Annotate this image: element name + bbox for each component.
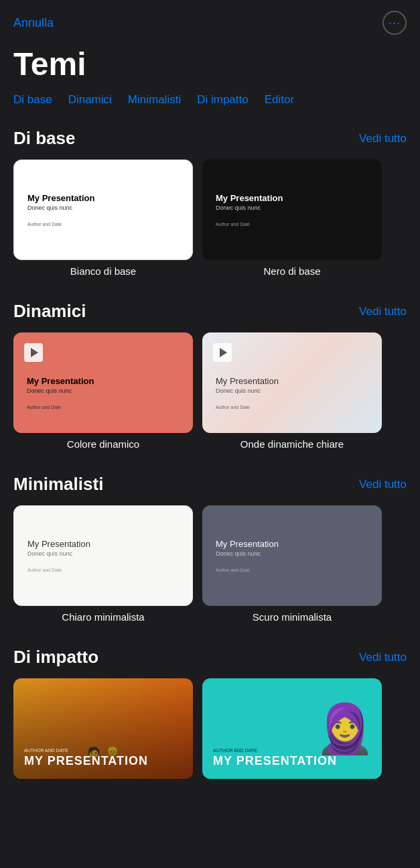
see-all-di-base[interactable]: Vedi tutto [359, 132, 407, 145]
pres-title-white: My Presentation [27, 193, 179, 203]
section-dinamici: Dinamici Vedi tutto My Presentation Done… [0, 290, 420, 463]
pres-title-min-light: My Presentation [27, 539, 179, 549]
themes-row-di-base: My Presentation Donec quis nunc Author a… [0, 160, 420, 285]
theme-card-onde-dinamiche[interactable]: My Presentation Donec quis nunc Author a… [202, 332, 382, 450]
pres-author-black: Author and Date [216, 222, 368, 227]
play-icon-dynamic-color [24, 343, 43, 362]
theme-label-bianco-di-base: Bianco di base [70, 265, 136, 277]
category-nav-item-diimpatto[interactable]: Di impatto [197, 93, 249, 107]
theme-label-scuro-minimalista: Scuro minimalista [253, 611, 332, 623]
pres-title-dyn-waves: My Presentation [216, 376, 368, 386]
see-all-dinamici[interactable]: Vedi tutto [359, 305, 407, 318]
section-header-di-base: Di base Vedi tutto [0, 128, 420, 160]
impact-text-2: AUTHOR AND DATE MY PRESENTATION [213, 748, 337, 768]
pres-author-dyn-waves: Author and Date [216, 405, 368, 410]
more-dots-icon: ··· [389, 16, 401, 30]
pres-author-min-dark: Author and Date [216, 568, 368, 572]
theme-thumbnail-impact-1: 🧑 👱 AUTHOR AND DATE MY PRESENTATION [13, 678, 193, 779]
theme-card-bianco-di-base[interactable]: My Presentation Donec quis nunc Author a… [13, 160, 193, 277]
pres-author-min-light: Author and Date [27, 568, 179, 572]
pres-subtitle-min-light: Donec quis nunc [27, 550, 179, 557]
see-all-minimalisti[interactable]: Vedi tutto [359, 478, 407, 491]
theme-label-colore-dinamico: Colore dinamico [67, 438, 139, 450]
section-header-minimalisti: Minimalisti Vedi tutto [0, 474, 420, 505]
category-nav-item-dinamici[interactable]: Dinamici [68, 93, 112, 107]
section-minimalisti: Minimalisti Vedi tutto My Presentation D… [0, 463, 420, 636]
pres-title-black: My Presentation [216, 193, 368, 203]
theme-card-colore-dinamico[interactable]: My Presentation Donec quis nunc Author a… [13, 332, 193, 450]
theme-thumbnail-min-dark: My Presentation Donec quis nunc Author a… [202, 505, 382, 606]
theme-thumbnail-dynamic-waves: My Presentation Donec quis nunc Author a… [202, 332, 382, 433]
page-title: Temi [0, 40, 420, 93]
pres-subtitle-white: Donec quis nunc [27, 204, 179, 211]
theme-label-nero-di-base: Nero di base [263, 265, 320, 277]
section-di-impatto: Di impatto Vedi tutto 🧑 👱 AUTHOR AND DAT… [0, 636, 420, 792]
pres-author-dyn-color: Author and Date [27, 405, 180, 410]
theme-label-onde-dinamiche: Onde dinamiche chiare [240, 438, 344, 450]
themes-row-minimalisti: My Presentation Donec quis nunc Author a… [0, 505, 420, 631]
theme-card-impact-1[interactable]: 🧑 👱 AUTHOR AND DATE MY PRESENTATION [13, 678, 193, 779]
category-nav: Di base Dinamici Minimalisti Di impatto … [0, 93, 420, 117]
pres-subtitle-dyn-color: Donec quis nunc [27, 387, 180, 394]
section-header-dinamici: Dinamici Vedi tutto [0, 301, 420, 332]
theme-thumbnail-black: My Presentation Donec quis nunc Author a… [202, 160, 382, 260]
theme-card-nero-di-base[interactable]: My Presentation Donec quis nunc Author a… [202, 160, 382, 277]
category-nav-item-minimalisti[interactable]: Minimalisti [128, 93, 181, 107]
pres-subtitle-black: Donec quis nunc [216, 204, 368, 211]
impact-text-1: AUTHOR AND DATE MY PRESENTATION [24, 748, 148, 768]
theme-card-scuro-minimalista[interactable]: My Presentation Donec quis nunc Author a… [202, 505, 382, 623]
pres-subtitle-min-dark: Donec quis nunc [216, 550, 368, 557]
impact-author-1: AUTHOR AND DATE [24, 748, 148, 753]
category-nav-item-dibase[interactable]: Di base [13, 93, 52, 107]
see-all-di-impatto[interactable]: Vedi tutto [359, 651, 407, 664]
section-title-dinamici: Dinamici [13, 301, 86, 322]
themes-row-di-impatto: 🧑 👱 AUTHOR AND DATE MY PRESENTATION 🧕 AU… [0, 678, 420, 787]
header: Annulla ··· [0, 0, 420, 40]
section-title-di-base: Di base [13, 128, 76, 149]
theme-thumbnail-impact-2: 🧕 AUTHOR AND DATE MY PRESENTATION [202, 678, 382, 779]
play-triangle-waves [220, 348, 227, 357]
pres-title-min-dark: My Presentation [216, 539, 368, 549]
pres-title-dyn-color: My Presentation [27, 376, 180, 386]
theme-card-impact-2[interactable]: 🧕 AUTHOR AND DATE MY PRESENTATION [202, 678, 382, 779]
category-nav-item-editor[interactable]: Editor [265, 93, 294, 107]
section-header-di-impatto: Di impatto Vedi tutto [0, 647, 420, 678]
more-options-button[interactable]: ··· [382, 11, 407, 35]
play-triangle [31, 348, 38, 357]
section-di-base: Di base Vedi tutto My Presentation Donec… [0, 117, 420, 290]
section-title-minimalisti: Minimalisti [13, 474, 103, 495]
theme-thumbnail-dynamic-color: My Presentation Donec quis nunc Author a… [13, 332, 193, 433]
section-title-di-impatto: Di impatto [13, 647, 98, 668]
themes-row-dinamici: My Presentation Donec quis nunc Author a… [0, 332, 420, 458]
cancel-button[interactable]: Annulla [13, 16, 54, 30]
theme-thumbnail-min-light: My Presentation Donec quis nunc Author a… [13, 505, 193, 606]
theme-thumbnail-white: My Presentation Donec quis nunc Author a… [13, 160, 193, 260]
impact-title-1: MY PRESENTATION [24, 754, 148, 768]
pres-subtitle-dyn-waves: Donec quis nunc [216, 387, 368, 394]
theme-label-chiaro-minimalista: Chiaro minimalista [62, 611, 144, 623]
impact-title-2: MY PRESENTATION [213, 754, 337, 768]
play-icon-dynamic-waves [213, 343, 232, 362]
impact-author-2: AUTHOR AND DATE [213, 748, 337, 753]
theme-card-chiaro-minimalista[interactable]: My Presentation Donec quis nunc Author a… [13, 505, 193, 623]
pres-author-white: Author and Date [27, 222, 179, 227]
